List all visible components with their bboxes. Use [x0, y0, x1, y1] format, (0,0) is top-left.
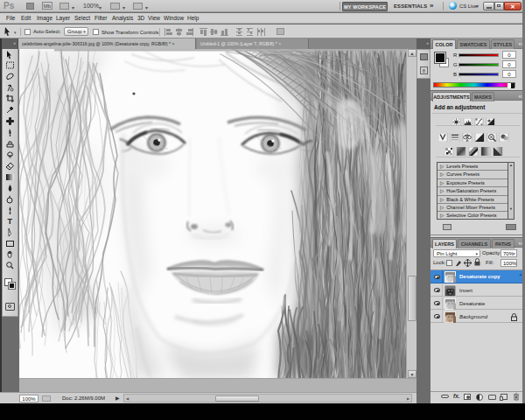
svg-text:T: T	[8, 217, 13, 226]
